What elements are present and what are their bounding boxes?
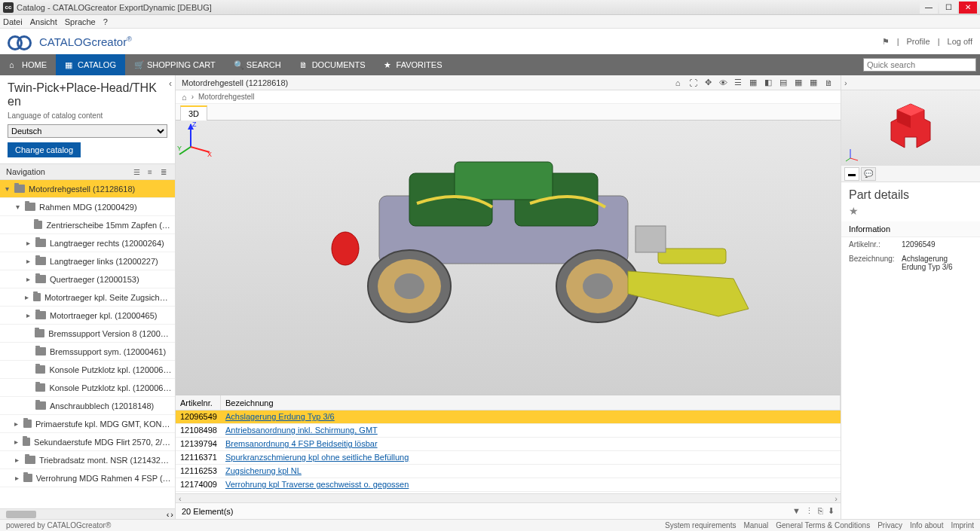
tree-item[interactable]: Bremssupport sym. (12000461) [0, 343, 175, 361]
part-link[interactable]: Verrohrung kpl Traverse geschweisst o. g… [225, 480, 409, 489]
tree-item[interactable]: ▸Langtraeger links (12000227) [0, 252, 175, 270]
sidebar-collapse-icon[interactable]: ‹ [169, 78, 172, 89]
tree-item[interactable]: ▸Triebradsatz mont. NSR (12143248) [0, 451, 175, 469]
tree-toggle-icon[interactable]: ▸ [14, 456, 21, 464]
part-link[interactable]: Spurkranzschmierung kpl ohne seitliche B… [225, 453, 409, 462]
table2-icon[interactable]: ▦ [807, 77, 819, 89]
tree-item[interactable]: ▾Motordrehgestell (12128618) [0, 180, 175, 198]
table-row[interactable]: 12010525Aufkleber Achsabstand 2.50m [176, 492, 841, 493]
language-select[interactable]: Deutsch [8, 124, 167, 138]
table-row[interactable]: 12096549Achslagerung Erdung Typ 3/6 [176, 410, 841, 424]
tree-toggle-icon[interactable]: ▸ [24, 293, 29, 301]
move-icon[interactable]: ✥ [702, 77, 714, 89]
breadcrumb-item[interactable]: Motordrehgestell [198, 93, 254, 101]
flag-icon[interactable]: ⚑ [882, 37, 890, 47]
col-bezeichnung[interactable]: Bezeichnung [221, 395, 841, 410]
download-icon[interactable]: ⬇ [828, 506, 835, 516]
preview-tab-1[interactable]: ▬ [844, 167, 859, 181]
tree-item[interactable]: Konsole Putzklotz kpl. (12000665) [0, 379, 175, 397]
quick-search-input[interactable] [863, 58, 976, 72]
favorite-star-icon[interactable]: ★ [841, 205, 980, 221]
right-collapse-icon[interactable]: › [841, 75, 980, 90]
preview-tab-2[interactable]: 💬 [861, 167, 876, 181]
tree-toggle-icon[interactable]: ▾ [3, 185, 11, 193]
layout1-icon[interactable]: ◧ [762, 77, 774, 89]
table-row[interactable]: 12174009Verrohrung kpl Traverse geschwei… [176, 478, 841, 492]
tree-item[interactable]: ▸Quertraeger (12000153) [0, 270, 175, 288]
fullscreen-icon[interactable]: ⛶ [687, 77, 699, 89]
tree-item[interactable]: Anschraubblech (12018148) [0, 397, 175, 415]
list-icon[interactable]: ☰ [732, 77, 744, 89]
menu-datei[interactable]: Datei [3, 17, 23, 26]
table-row[interactable]: 12116371Spurkranzschmierung kpl ohne sei… [176, 451, 841, 465]
grid-icon[interactable]: ▦ [747, 77, 759, 89]
part-preview[interactable] [841, 90, 980, 166]
eye-icon[interactable]: 👁 [717, 77, 729, 89]
home-icon[interactable]: ⌂ [672, 77, 684, 89]
tree-toggle-icon[interactable]: ▸ [24, 239, 32, 247]
part-link[interactable]: Zugsicherung kpl NL [225, 466, 302, 475]
menu-help[interactable]: ? [103, 17, 108, 26]
nav-documents[interactable]: 🗎DOCUMENTS [290, 54, 375, 75]
table1-icon[interactable]: ▦ [792, 77, 804, 89]
tree-item[interactable]: Zentrierscheibe 15mm Zapfen (12183259) [0, 216, 175, 234]
tree-label: Anschraubblech (12018148) [50, 401, 154, 410]
tree-item[interactable]: ▸Langtraeger rechts (12000264) [0, 234, 175, 252]
tree-item[interactable]: ▸Sekundaerstufe MDG Flirt 2570, 2/4 SD, … [0, 433, 175, 451]
nav-home[interactable]: ⌂HOME [0, 54, 56, 75]
table-row[interactable]: 12116253Zugsicherung kpl NL [176, 465, 841, 478]
profile-link[interactable]: Profile [907, 37, 930, 46]
menu-ansicht[interactable]: Ansicht [30, 17, 57, 26]
tree-toggle-icon[interactable]: ▸ [14, 474, 20, 482]
tree-toggle-icon[interactable]: ▸ [14, 438, 19, 446]
tree-item[interactable]: ▸Verrohrung MDG Rahmen 4 FSP (12096512) [0, 469, 175, 487]
footer-link[interactable]: Imprint [951, 521, 974, 529]
chart-icon[interactable]: ▤ [777, 77, 789, 89]
tree-item[interactable]: Bremssupport Version 8 (12000459) [0, 325, 175, 343]
tree-item[interactable]: Konsole Putzklotz kpl. (12000661) [0, 361, 175, 379]
breadcrumb-home-icon[interactable]: ⌂ [182, 93, 187, 102]
tree-item[interactable]: ▸Primaerstufe kpl. MDG GMT, KONI (121364… [0, 415, 175, 433]
tree-toggle-icon[interactable]: ▸ [24, 311, 32, 319]
tree-toggle-icon[interactable]: ▾ [14, 203, 21, 211]
outdent-icon[interactable]: ≣ [158, 166, 169, 177]
footer-link[interactable]: Privacy [877, 521, 902, 529]
footer-link[interactable]: General Terms & Conditions [776, 521, 870, 529]
tab-3d[interactable]: 3D [180, 105, 207, 121]
tree-toggle-icon[interactable]: ▸ [14, 420, 20, 428]
menu-sprache[interactable]: Sprache [65, 17, 96, 26]
footer-link[interactable]: System requirements [665, 521, 736, 529]
table-row[interactable]: 12108498Antriebsanordnung inkl. Schirmun… [176, 424, 841, 438]
filter-icon[interactable]: ▼ [792, 506, 801, 516]
nav-cart[interactable]: 🛒SHOPPING CART [125, 54, 225, 75]
cart-icon: 🛒 [134, 60, 143, 69]
table-hscrollbar[interactable]: ‹› [176, 493, 841, 502]
tree-item[interactable]: ▾Rahmen MDG (12000429) [0, 198, 175, 216]
tree-hscrollbar[interactable]: ‹› [0, 508, 175, 519]
maximize-button[interactable]: ☐ [939, 2, 957, 14]
tree-toggle-icon[interactable]: ▸ [24, 257, 32, 265]
col-artikelnr[interactable]: Artikelnr. [176, 395, 221, 410]
footer-link[interactable]: Manual [743, 521, 768, 529]
close-button[interactable]: ✕ [959, 2, 977, 14]
tree-item[interactable]: ▸Motortraeger kpl. (12000465) [0, 307, 175, 325]
tree-toggle-icon[interactable]: ▸ [24, 275, 32, 283]
nav-favorites[interactable]: ★FAVORITES [375, 54, 452, 75]
list-view-icon[interactable]: ☰ [131, 166, 142, 177]
part-link[interactable]: Antriebsanordnung inkl. Schirmung, GMT [225, 426, 378, 435]
tree-item[interactable]: ▸Motortraeger kpl. Seite Zugsicherung (1… [0, 288, 175, 307]
nav-catalog[interactable]: ▦CATALOG [56, 54, 125, 75]
logoff-link[interactable]: Log off [948, 37, 972, 46]
indent-icon[interactable]: ≡ [145, 166, 155, 177]
change-catalog-button[interactable]: Change catalog [8, 142, 81, 157]
pdf-icon[interactable]: 🗎 [822, 77, 835, 89]
table-row[interactable]: 12139794Bremsanordnung 4 FSP Beidseitig … [176, 438, 841, 451]
copy-icon[interactable]: ⎘ [818, 506, 823, 516]
3d-viewport[interactable]: Z X Y [176, 121, 841, 395]
part-link[interactable]: Achslagerung Erdung Typ 3/6 [225, 412, 335, 421]
options-icon[interactable]: ⋮ [805, 506, 813, 516]
minimize-button[interactable]: — [920, 2, 938, 14]
footer-link[interactable]: Info about [910, 521, 943, 529]
part-link[interactable]: Bremsanordnung 4 FSP Beidseitig lösbar [225, 439, 378, 448]
nav-search[interactable]: 🔍SEARCH [225, 54, 290, 75]
